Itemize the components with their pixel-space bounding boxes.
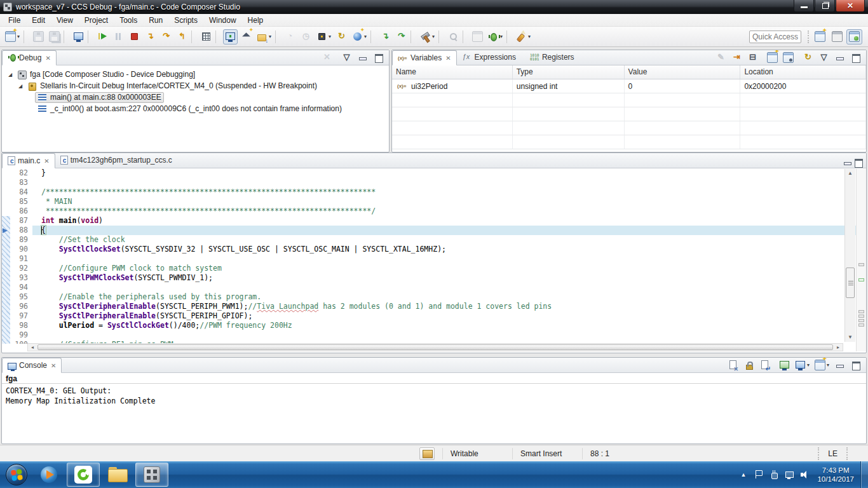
step-return-button[interactable]: ↰: [175, 29, 189, 44]
build-dropdown[interactable]: ▾: [432, 34, 435, 39]
scrollbar-thumb[interactable]: [846, 268, 855, 298]
code-line[interactable]: 91: [2, 254, 866, 264]
code-line[interactable]: 85 * MAIN: [2, 197, 866, 207]
memory-browser-button[interactable]: [199, 29, 214, 44]
new-button[interactable]: ▾: [3, 29, 22, 44]
code-line[interactable]: 93 SysCtlPWMClockSet(SYSCTL_PWMDIV_1);: [2, 273, 866, 283]
maximize-button[interactable]: [371, 50, 386, 65]
overview-mark[interactable]: [858, 263, 864, 266]
scroll-right-icon[interactable]: ▸: [834, 344, 843, 350]
debug-tree-item[interactable]: ◢fga [Code Composer Studio - Device Debu…: [2, 69, 389, 80]
vertical-scrollbar[interactable]: ▲ ▼: [844, 169, 855, 342]
close-window-button[interactable]: [836, 0, 865, 12]
column-header-name[interactable]: Name: [392, 65, 513, 79]
pin-view-button[interactable]: [781, 50, 796, 65]
close-tab-icon[interactable]: ✕: [51, 362, 56, 369]
stack-frame-selected[interactable]: main() at main.c:88 0x000003EE: [35, 92, 164, 103]
menu-window[interactable]: Window: [203, 15, 242, 26]
menu-project[interactable]: Project: [79, 15, 114, 26]
editor-tab-main.c[interactable]: main.c✕: [2, 153, 55, 168]
collapse-all-button[interactable]: ⊟: [745, 50, 760, 65]
tree-node[interactable]: fga [Code Composer Studio - Device Debug…: [15, 69, 198, 80]
debug-tree-item[interactable]: _c_int00() at boot.asm:227 0x000009C6 (_…: [2, 103, 389, 114]
expander-icon[interactable]: ◢: [6, 72, 15, 78]
horizontal-scrollbar[interactable]: ◂ ▸: [27, 343, 843, 351]
code-line[interactable]: 97 SysCtlPeripheralEnable(SYSCTL_PERIPH_…: [2, 311, 866, 321]
close-tab-icon[interactable]: ✕: [45, 55, 50, 62]
quick-access-box[interactable]: Quick Access: [749, 30, 801, 43]
terminate-button[interactable]: [127, 29, 142, 44]
minimize-button[interactable]: [832, 357, 847, 372]
ccs-debug-perspective-button[interactable]: [846, 29, 862, 44]
table-row-empty[interactable]: [392, 107, 866, 121]
open-console-button[interactable]: ▾: [813, 357, 831, 372]
reset-cpu-button[interactable]: ↻: [334, 29, 349, 44]
highlight-button[interactable]: ▾: [514, 29, 532, 44]
overview-mark[interactable]: [858, 323, 864, 327]
load-program-button[interactable]: ▾: [255, 29, 273, 44]
scroll-down-icon[interactable]: ▼: [845, 333, 855, 342]
step-into-button[interactable]: ↴: [143, 29, 158, 44]
close-tab-icon[interactable]: ✕: [44, 158, 49, 165]
asm-step-over-button[interactable]: ↷: [394, 29, 409, 44]
load-program-dropdown[interactable]: ▾: [269, 34, 271, 39]
code-line[interactable]: 87int main(void): [2, 216, 866, 226]
tab-debug[interactable]: Debug ✕: [2, 50, 57, 65]
menu-scripts[interactable]: Scripts: [168, 15, 203, 26]
restart-dropdown[interactable]: ▾: [364, 34, 367, 39]
tree-node[interactable]: _c_int00() at boot.asm:227 0x000009C6 (_…: [35, 104, 344, 114]
column-header-location[interactable]: Location: [740, 65, 866, 79]
tree-node[interactable]: Stellaris In-Circuit Debug Interface/COR…: [25, 81, 320, 92]
refresh-button[interactable]: ↻: [801, 50, 815, 65]
scroll-lock-button[interactable]: [742, 357, 756, 372]
debug-tree-item[interactable]: main() at main.c:88 0x000003EE: [2, 92, 389, 103]
network-icon[interactable]: [783, 469, 795, 480]
column-header-type[interactable]: Type: [513, 65, 625, 79]
table-row-empty[interactable]: [392, 121, 866, 135]
restart-button[interactable]: ▾: [350, 29, 369, 44]
ccs-edit-perspective-button[interactable]: [829, 29, 845, 44]
debug-launch-dropdown[interactable]: ▾: [500, 34, 503, 39]
table-row-empty[interactable]: [392, 93, 866, 107]
debug-launch-button[interactable]: ▾: [486, 29, 505, 44]
target-monitor-button[interactable]: [223, 29, 238, 44]
maximize-icon[interactable]: [853, 157, 864, 168]
overview-mark[interactable]: [858, 310, 864, 313]
minimize-icon[interactable]: [842, 157, 853, 168]
action-center-icon[interactable]: [753, 469, 764, 480]
display-console-dropdown[interactable]: ▾: [807, 362, 810, 368]
view-menu-button[interactable]: ▽: [339, 50, 354, 65]
menu-file[interactable]: File: [3, 15, 26, 26]
new-dropdown[interactable]: ▾: [17, 34, 20, 39]
media-player-button[interactable]: [32, 463, 65, 487]
resume-button[interactable]: [95, 29, 110, 44]
minimize-button[interactable]: [355, 50, 370, 65]
volume-icon[interactable]: [799, 469, 810, 480]
open-perspective-button[interactable]: [812, 29, 828, 44]
code-line[interactable]: 84/*************************************…: [2, 187, 866, 197]
code-line[interactable]: 94: [2, 283, 866, 292]
overview-mark[interactable]: [858, 278, 864, 281]
menu-view[interactable]: View: [51, 15, 79, 26]
overview-mark[interactable]: [858, 319, 864, 322]
clear-console-button[interactable]: [726, 357, 740, 372]
build-button[interactable]: ▾: [418, 29, 437, 44]
code-line[interactable]: 88{: [2, 226, 866, 235]
menu-run[interactable]: Run: [143, 15, 168, 26]
taskbar-clock[interactable]: 7:43 PM 10/14/2017: [817, 466, 854, 484]
code-line[interactable]: 92 //Configure PWM clock to match system: [2, 264, 866, 273]
asm-step-into-button[interactable]: ↴: [378, 29, 393, 44]
debug-tree-item[interactable]: ◢Stellaris In-Circuit Debug Interface/CO…: [2, 80, 389, 92]
new-view-button[interactable]: [765, 50, 780, 65]
column-header-value[interactable]: Value: [625, 65, 741, 79]
cell-name[interactable]: ui32Period: [392, 79, 513, 93]
close-tab-icon[interactable]: ✕: [445, 55, 451, 62]
debug-console-button[interactable]: [71, 29, 86, 44]
restore-window-button[interactable]: [815, 0, 835, 12]
cell-value[interactable]: 0: [625, 79, 741, 93]
editor-presentation-icon[interactable]: [419, 447, 435, 460]
run-to-line-button[interactable]: [239, 29, 254, 44]
code-line[interactable]: 82}: [2, 168, 866, 178]
maximize-button[interactable]: [848, 357, 863, 372]
add-global-variable-button[interactable]: ⇥: [729, 50, 744, 65]
